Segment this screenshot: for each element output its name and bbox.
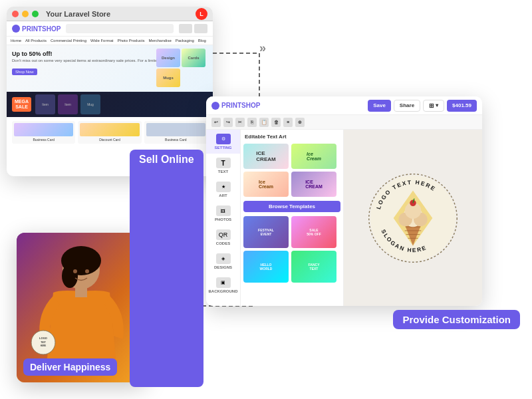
save-button[interactable]: Save [368,100,391,112]
sidebar-item-codes[interactable]: QR CODES [206,225,240,249]
store-product-card-1[interactable]: Business Card [12,121,75,144]
template-cards-grid: FESTIVALEVENT SALE50% OFF HELLOWORLD FAN… [243,216,340,283]
store-product-card-3[interactable]: Business Card [144,121,207,144]
editor-secondary-toolbar: ↩ ↪ ✂ ⎘ 📋 🗑 ≡ ⊕ [206,115,482,130]
chip-3-label: IceCream [243,172,289,197]
zoom-icon[interactable]: ⊕ [295,118,305,127]
store-menu-bar: Home All Products Commercial Printing Wi… [7,37,213,45]
sidebar-label-art: ART [219,194,227,198]
sidebar-label-photos: PHOTOS [215,217,231,221]
text-art-chip-2[interactable]: IceCream [291,144,336,169]
laravel-icon: L [196,8,207,20]
setting-icon: ⚙ [216,134,231,144]
cut-icon[interactable]: ✂ [235,118,245,127]
svg-text:TEXT: TEXT [41,341,46,344]
store-products-row: Business Card Discount Card Business Car… [7,117,213,148]
product-thumb-3: Mugs [156,68,180,87]
editor-topbar: PRINTSHOP Save Share ⊞ ▾ $401.59 [206,96,482,115]
sidebar-item-photos[interactable]: 🖼 PHOTOS [206,201,240,225]
editor-panel: Editable Text Art ICECREAM IceCream IceC… [241,130,344,306]
printshop-icon [12,25,20,33]
mega-sale-badge: MEGA SALE [12,97,31,111]
editor-canvas-area: LOGO TEXT HERE SLOGAN HERE [344,130,482,306]
svg-point-19 [62,264,78,288]
editor-action-buttons: Save Share ⊞ ▾ $401.59 [368,100,477,112]
minimize-dot[interactable] [22,11,29,17]
product-thumb-2: Cards [182,49,205,67]
share-button[interactable]: Share [394,100,420,112]
sale-products: Item Item Mug [35,94,207,114]
menu-all-products[interactable]: All Products [25,39,47,43]
close-dot[interactable] [12,11,19,17]
view-chevron-icon: ▾ [436,102,438,108]
sidebar-label-text: TEXT [218,170,228,174]
sell-online-badge: Sell Online [130,150,203,387]
template-card-2[interactable]: SALE50% OFF [291,216,336,248]
sidebar-item-setting[interactable]: ⚙ SETTING [206,130,240,154]
sidebar-label-background: BACKGROUND [209,289,238,293]
sidebar-item-art[interactable]: ★ ART [206,178,240,201]
menu-packaging[interactable]: Packaging [176,39,194,43]
svg-rect-20 [75,287,87,297]
account-icon[interactable] [179,24,192,33]
sale-banner: MEGA SALE Item Item Mug [7,92,213,117]
template-card-3[interactable]: HELLOWORLD [243,251,289,283]
menu-home[interactable]: Home [11,39,21,43]
editor-sidebar: ⚙ SETTING T TEXT ★ ART 🖼 PHOTOS QR CODES… [206,130,241,306]
store-logo-text: PRINTSHOP [22,25,61,33]
tcard-4-label: FANCYTEXT [307,261,321,272]
menu-photo[interactable]: Photo Products [117,39,144,43]
chip-1-label: ICECREAM [243,144,289,169]
store-logo: PRINTSHOP [12,25,61,33]
sidebar-item-text[interactable]: T TEXT [206,154,240,178]
align-icon[interactable]: ≡ [283,118,293,127]
copy-icon[interactable]: ⎘ [247,118,257,127]
sale-product-2: Item [58,94,78,114]
tcard-3-label: HELLOWORLD [259,261,274,272]
provide-customization-badge: Provide Customization [393,310,520,329]
menu-merch[interactable]: Merchandise [148,39,171,43]
svg-point-27 [85,269,89,273]
text-art-chip-1[interactable]: ICECREAM [243,144,289,169]
canvas-design: LOGO TEXT HERE SLOGAN HERE [366,172,460,265]
store-nav-actions [179,24,207,33]
svg-text:HERE: HERE [41,344,46,347]
paste-icon[interactable]: 📋 [259,118,269,127]
delete-icon[interactable]: 🗑 [271,118,281,127]
view-button[interactable]: ⊞ ▾ [423,100,444,112]
logo-design-svg: LOGO TEXT HERE SLOGAN HERE [366,169,460,267]
maximize-dot[interactable] [32,11,39,17]
tcard-1-label: FESTIVALEVENT [257,227,275,237]
photo-window: LOGO TEXT HERE Deliver Happiness [17,233,146,382]
product-thumb-1: Design [156,49,180,67]
browse-templates-button[interactable]: Browse Templates [243,201,340,212]
titlebar-text: Your Laravel Store [46,10,110,18]
hero-products: Design Cards Mugs [156,49,209,87]
menu-commercial[interactable]: Commercial Printing [51,39,86,43]
menu-blog[interactable]: Blog [198,39,206,43]
template-card-1[interactable]: FESTIVALEVENT [243,216,289,248]
sidebar-item-background[interactable]: ▣ BACKGROUND [206,273,240,297]
store-product-card-2[interactable]: Discount Card [78,121,141,144]
photo-background: LOGO TEXT HERE Deliver Happiness [17,233,146,382]
menu-wide-format[interactable]: Wide Format [90,39,113,43]
tcard-2-label: SALE50% OFF [305,227,322,237]
svg-point-26 [73,269,77,273]
sale-product-3: Mug [80,94,100,114]
sidebar-label-codes: CODES [216,241,230,245]
store-nav: PRINTSHOP [7,21,213,37]
cart-button[interactable]: $401.59 [447,100,477,112]
sidebar-item-designs[interactable]: ◈ DESIGNS [206,249,240,273]
undo-icon[interactable]: ↩ [211,118,221,127]
sidebar-label-designs: DESIGNS [214,265,232,269]
deliver-happiness-badge: Deliver Happiness [23,358,117,376]
text-art-grid: ICECREAM IceCream IceCream ICECREAM [243,144,340,197]
text-art-chip-4[interactable]: ICECREAM [291,172,336,197]
store-search-bar[interactable] [66,24,174,33]
template-card-4[interactable]: FANCYTEXT [291,251,336,283]
designs-icon: ◈ [216,253,231,264]
cart-icon[interactable] [194,24,207,33]
shop-now-button[interactable]: Shop Now [12,68,37,75]
redo-icon[interactable]: ↪ [223,118,233,127]
text-art-chip-3[interactable]: IceCream [243,172,289,197]
